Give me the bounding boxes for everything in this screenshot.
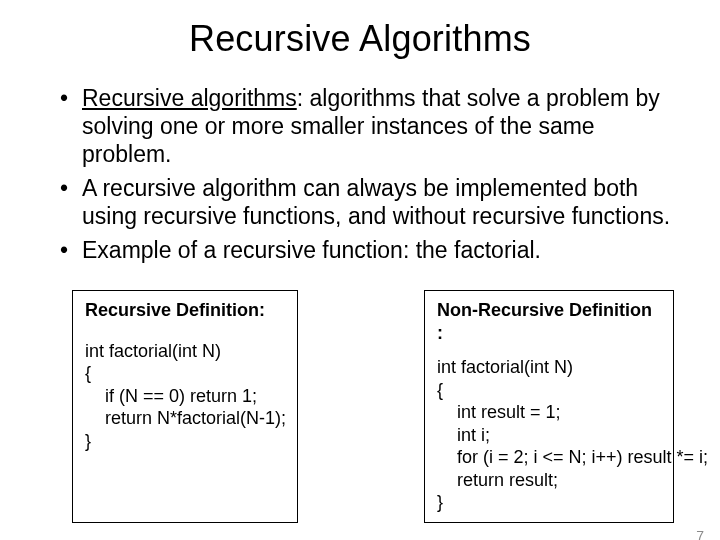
bullet-item: Recursive algorithms: algorithms that so… [60,84,680,168]
slide: Recursive Algorithms Recursive algorithm… [0,18,720,540]
box-title: Non-Recursive Definition : [437,299,661,344]
nonrecursive-definition-box: Non-Recursive Definition : int factorial… [424,290,674,523]
bullet-list: Recursive algorithms: algorithms that so… [60,84,680,264]
bullet-text: A recursive algorithm can always be impl… [82,175,670,229]
slide-title: Recursive Algorithms [0,18,720,60]
code-block: int factorial(int N) { if (N == 0) retur… [85,340,285,453]
definition-boxes: Recursive Definition: int factorial(int … [72,290,674,523]
recursive-definition-box: Recursive Definition: int factorial(int … [72,290,298,523]
code-block: int factorial(int N) { int result = 1; i… [437,356,661,514]
bullet-item: Example of a recursive function: the fac… [60,236,680,264]
bullet-text: Example of a recursive function: the fac… [82,237,541,263]
bullet-term: Recursive algorithms [82,85,297,111]
bullet-item: A recursive algorithm can always be impl… [60,174,680,230]
page-number: 7 [696,528,704,540]
box-title: Recursive Definition: [85,299,285,322]
